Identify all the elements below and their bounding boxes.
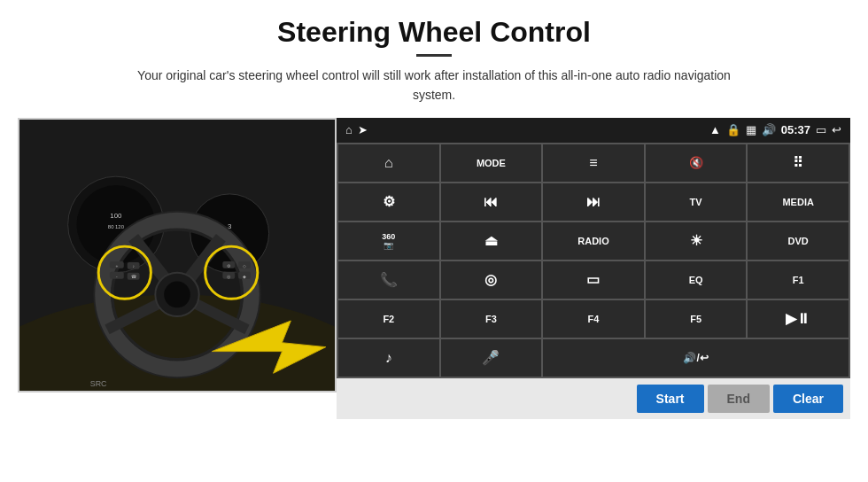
page-wrapper: Steering Wheel Control Your original car… — [0, 0, 868, 482]
status-bar-right: ▲ 🔒 ▦ 🔊 05:37 ▭ ↩ — [709, 123, 841, 136]
f5-button[interactable]: F5 — [646, 300, 747, 338]
f2-button[interactable]: F2 — [338, 300, 439, 338]
svg-text:100: 100 — [110, 211, 122, 219]
svg-point-16 — [164, 281, 190, 307]
wifi-icon: ▲ — [709, 123, 721, 136]
tv-button[interactable]: TV — [646, 183, 747, 221]
steering-wheel-image: 100 80 120 3 — [18, 118, 337, 393]
prev-button[interactable]: ⏮ — [441, 183, 542, 221]
f4-button[interactable]: F4 — [543, 300, 644, 338]
360-button[interactable]: 360📷 — [338, 222, 439, 260]
android-unit: ⌂ ➤ ▲ 🔒 ▦ 🔊 05:37 ▭ ↩ ⌂ MODE ≡ — [337, 118, 850, 419]
radio-button[interactable]: RADIO — [543, 222, 644, 260]
sim-icon: ▦ — [746, 123, 756, 136]
apps-button[interactable]: ⠿ — [748, 144, 849, 182]
back-icon[interactable]: ↩ — [832, 123, 841, 136]
clear-button[interactable]: Clear — [773, 385, 843, 413]
eject-button[interactable]: ⏏ — [441, 222, 542, 260]
page-subtitle: Your original car's steering wheel contr… — [124, 66, 744, 105]
svg-text:+: + — [115, 264, 118, 268]
svg-text:♪: ♪ — [132, 264, 134, 268]
settings-button[interactable]: ⚙ — [338, 183, 439, 221]
clock: 05:37 — [781, 123, 810, 136]
mute-button[interactable]: 🔇 — [646, 144, 747, 182]
bottom-action-bar: Start End Clear — [337, 378, 850, 419]
svg-text:◆: ◆ — [243, 274, 246, 278]
start-button[interactable]: Start — [637, 385, 704, 413]
media-button[interactable]: MEDIA — [748, 183, 849, 221]
screen-btn[interactable]: ▭ — [543, 261, 644, 299]
status-bar-left: ⌂ ➤ — [345, 123, 368, 136]
play-pause-button[interactable]: ▶⏸ — [748, 300, 849, 338]
mode-button[interactable]: MODE — [441, 144, 542, 182]
svg-text:☎: ☎ — [131, 274, 136, 278]
svg-text:SRC: SRC — [90, 379, 107, 388]
music-button[interactable]: ♪ — [338, 339, 439, 377]
button-grid: ⌂ MODE ≡ 🔇 ⠿ ⚙ ⏮ ⏭ TV MEDIA 360📷 ⏏ RADIO… — [337, 143, 850, 378]
end-button[interactable]: End — [708, 385, 770, 413]
lock-icon: 🔒 — [726, 123, 740, 136]
title-divider — [416, 54, 452, 57]
status-bar: ⌂ ➤ ▲ 🔒 ▦ 🔊 05:37 ▭ ↩ — [337, 118, 850, 143]
nav-up-button[interactable]: ⌂ — [338, 144, 439, 182]
svg-text:80  120: 80 120 — [108, 224, 125, 229]
dvd-button[interactable]: DVD — [748, 222, 849, 260]
page-title: Steering Wheel Control — [277, 16, 591, 49]
vol-end-button[interactable]: 🔊/↩ — [543, 339, 849, 377]
navigate-icon[interactable]: ➤ — [358, 123, 368, 136]
svg-text:◇: ◇ — [243, 264, 246, 268]
brightness-button[interactable]: ☀ — [646, 222, 747, 260]
menu-button[interactable]: ≡ — [543, 144, 644, 182]
screen-icon: ▭ — [816, 123, 826, 136]
content-row: 100 80 120 3 — [18, 118, 850, 419]
eq-button[interactable]: EQ — [646, 261, 747, 299]
phone-button[interactable]: 📞 — [338, 261, 439, 299]
f3-button[interactable]: F3 — [441, 300, 542, 338]
next-button[interactable]: ⏭ — [543, 183, 644, 221]
home-icon[interactable]: ⌂ — [345, 123, 353, 136]
f1-button[interactable]: F1 — [748, 261, 849, 299]
mic-button[interactable]: 🎤 — [441, 339, 542, 377]
bluetooth-icon: 🔊 — [762, 123, 776, 136]
swirl-button[interactable]: ◎ — [441, 261, 542, 299]
